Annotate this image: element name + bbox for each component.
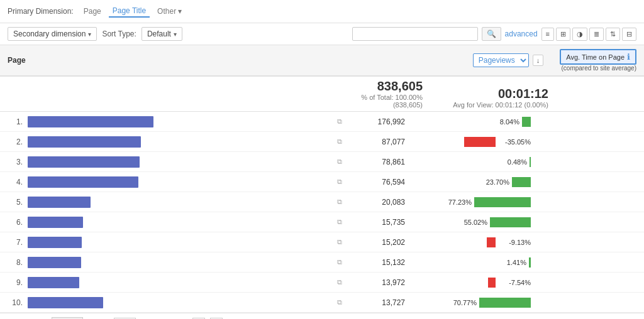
avg-time-column-header: Avg. Time on Page ℹ (compared to site av… (560, 49, 636, 72)
sort-desc-button[interactable]: ↓ (533, 55, 544, 66)
comp-pct: -9.13% (498, 239, 531, 246)
table-row: 3. ⧉ 78,861 0.48% (0, 152, 644, 172)
secondary-dimension-btn[interactable]: Secondary dimension ▾ (8, 27, 97, 41)
row-number: 3. (8, 158, 23, 166)
pageview-bar (28, 297, 103, 308)
comp-bar-red (464, 137, 496, 147)
comparison-cell: -7.54% (418, 278, 531, 288)
pageviews-select[interactable]: Pageviews (473, 53, 529, 67)
comp-bar-red (487, 237, 496, 247)
row-number: 10. (8, 298, 23, 307)
row-number: 8. (8, 258, 23, 267)
pageview-bar (28, 237, 82, 248)
copy-icon[interactable]: ⧉ (337, 117, 342, 126)
view-pie-btn[interactable]: ◑ (572, 28, 587, 41)
pageview-bar (28, 176, 138, 188)
row-number: 5. (8, 198, 23, 207)
pageviews-value: 15,132 (342, 258, 405, 267)
view-table-btn[interactable]: ≡ (541, 28, 554, 41)
copy-icon[interactable]: ⧉ (337, 198, 342, 206)
pageview-bar (28, 257, 81, 268)
comp-pct: -35.05% (498, 138, 531, 146)
summary-avgtime: 00:01:12 Avg for View: 00:01:12 (0.00%) (435, 87, 548, 109)
comp-bar-green (490, 217, 531, 227)
row-number: 6. (8, 218, 23, 227)
comparison-cell: 23.70% (418, 177, 531, 187)
row-number: 1. (8, 117, 23, 126)
copy-icon[interactable]: ⧉ (337, 158, 342, 166)
pageviews-value: 76,594 (342, 178, 405, 187)
avg-time-header-box: Avg. Time on Page ℹ (560, 49, 636, 65)
comp-bar-green (530, 157, 531, 167)
tab-page-title[interactable]: Page Title (109, 5, 150, 18)
view-list-btn[interactable]: ≣ (589, 28, 604, 41)
primary-dimension-label: Primary Dimension: (8, 7, 74, 16)
table-row: 8. ⧉ 15,132 1.41% (0, 252, 644, 273)
comp-pct: -7.54% (498, 279, 531, 286)
view-grid-btn[interactable]: ⊞ (556, 28, 570, 41)
toolbar-right: 🔍 advanced ≡ ⊞ ◑ ≣ ⇅ ⊟ (352, 27, 636, 41)
copy-icon[interactable]: ⧉ (337, 138, 342, 146)
avg-time-value: 00:01:12 (435, 87, 548, 101)
comp-bar-green (474, 197, 531, 207)
comparison-cell: 70.77% (418, 298, 531, 308)
comp-pct: 55.02% (455, 219, 487, 226)
comparison-cell: 0.48% (418, 157, 531, 167)
sort-type-label: Sort Type: (102, 30, 136, 38)
data-table: 1. ⧉ 176,992 8.04% 2. ⧉ 87,077 -35.05% 3… (0, 112, 644, 313)
table-row: 7. ⧉ 15,202 -9.13% (0, 232, 644, 252)
table-row: 5. ⧉ 20,083 77.23% (0, 192, 644, 212)
column-header-row: Page Pageviews ↓ Avg. Time on Page ℹ (co… (0, 45, 644, 77)
pageview-bar (28, 136, 141, 148)
comparison-cell: 77.23% (418, 197, 531, 207)
table-row: 10. ⧉ 13,727 70.77% (0, 293, 644, 313)
view-icons-group: ≡ ⊞ ◑ ≣ ⇅ ⊟ (541, 28, 636, 41)
pageview-bar (28, 197, 91, 208)
tab-page[interactable]: Page (80, 6, 105, 17)
info-icon: ℹ (627, 52, 630, 62)
pageview-bar (28, 217, 83, 228)
chevron-down-icon-sort: ▾ (174, 31, 177, 38)
comparison-cell: 55.02% (418, 217, 531, 227)
pageviews-selector[interactable]: Pageviews (473, 53, 529, 67)
pageviews-value: 20,083 (342, 198, 405, 207)
avg-time-detail: Avg for View: 00:01:12 (0.00%) (435, 101, 548, 109)
pageview-bar (28, 116, 153, 127)
comp-bar-red (488, 278, 496, 288)
bar-cell: ⧉ (28, 197, 342, 208)
footer-bar: Show rows: 10 Go to: 1 - 10 of 2738 ‹ › … (0, 313, 644, 319)
table-row: 2. ⧉ 87,077 -35.05% (0, 132, 644, 152)
bar-cell: ⧉ (28, 136, 342, 148)
row-number: 7. (8, 238, 23, 247)
tab-other[interactable]: Other ▾ (153, 6, 186, 17)
view-compare-btn[interactable]: ⇅ (606, 28, 620, 41)
comparison-cell: 1.41% (418, 257, 531, 268)
toolbar: Secondary dimension ▾ Sort Type: Default… (0, 23, 644, 45)
copy-icon[interactable]: ⧉ (337, 278, 342, 286)
comp-pct: 1.41% (494, 259, 526, 266)
pageviews-value: 87,077 (342, 138, 405, 146)
bar-cell: ⧉ (28, 156, 342, 168)
comp-bar-green (529, 257, 531, 268)
page-column-header: Page (8, 56, 360, 65)
search-input[interactable] (352, 27, 478, 41)
comp-pct: 23.70% (477, 178, 509, 186)
copy-icon[interactable]: ⧉ (337, 178, 342, 186)
copy-icon[interactable]: ⧉ (337, 298, 342, 306)
comp-bar-green (479, 298, 531, 308)
advanced-link[interactable]: advanced (505, 30, 538, 38)
sort-default-btn[interactable]: Default ▾ (142, 27, 182, 41)
summary-row: 838,605 % of Total: 100.00% (838,605) 00… (0, 77, 644, 112)
bar-cell: ⧉ (28, 217, 342, 228)
bar-cell: ⧉ (28, 297, 342, 308)
copy-icon[interactable]: ⧉ (337, 258, 342, 266)
copy-icon[interactable]: ⧉ (337, 218, 342, 226)
bar-cell: ⧉ (28, 116, 342, 127)
row-number: 9. (8, 278, 23, 287)
comp-pct: 77.23% (439, 198, 472, 206)
copy-icon[interactable]: ⧉ (337, 238, 342, 246)
bar-cell: ⧉ (28, 257, 342, 268)
search-button[interactable]: 🔍 (482, 27, 501, 41)
comp-bar-green (522, 117, 531, 127)
view-pivot-btn[interactable]: ⊟ (622, 28, 636, 41)
